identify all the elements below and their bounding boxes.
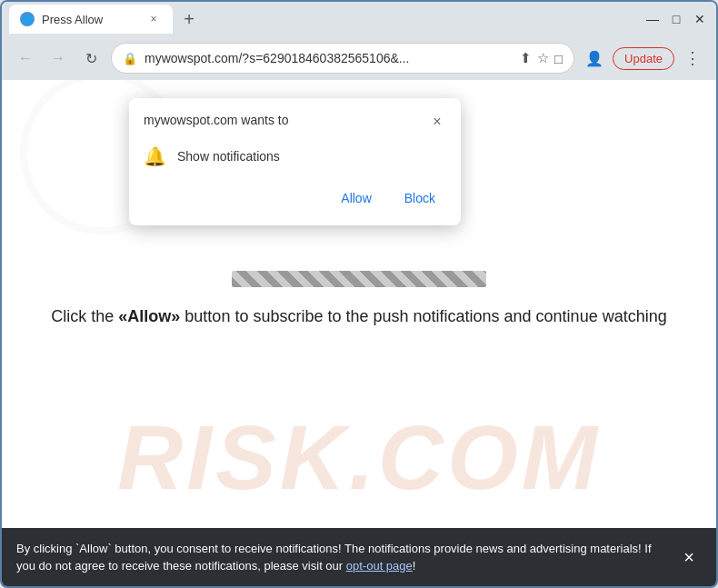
- window-close-button[interactable]: ✕: [691, 10, 709, 28]
- nav-bar: ← → ↻ 🔒 mywowspot.com/?s=629018460382565…: [2, 36, 716, 80]
- active-tab[interactable]: 🌐 Press Allow ×: [9, 5, 173, 34]
- tab-area: 🌐 Press Allow × +: [9, 5, 636, 34]
- browser-window: 🌐 Press Allow × + — □ ✕ ← → ↻ 🔒 mywowspo…: [0, 0, 718, 588]
- address-icons: ⬆ ☆ □: [520, 50, 563, 66]
- footer-text-end: !: [413, 559, 416, 573]
- footer-banner: By clicking `Allow` button, you consent …: [2, 528, 716, 586]
- opt-out-link[interactable]: opt-out page: [346, 559, 413, 573]
- tab-favicon: 🌐: [20, 12, 35, 26]
- new-tab-button[interactable]: +: [176, 6, 202, 32]
- allow-button[interactable]: Allow: [330, 185, 382, 211]
- footer-text: By clicking `Allow` button, you consent …: [16, 540, 671, 575]
- reload-button[interactable]: ↻: [78, 45, 104, 71]
- share-icon[interactable]: ⬆: [520, 50, 532, 66]
- tab-title: Press Allow: [42, 13, 138, 26]
- extensions-icon[interactable]: □: [554, 51, 563, 66]
- tab-close-button[interactable]: ×: [145, 11, 162, 27]
- lock-icon: 🔒: [123, 52, 137, 65]
- window-controls: — □ ✕: [643, 10, 709, 28]
- footer-close-button[interactable]: ×: [676, 544, 702, 570]
- footer-text-content: By clicking `Allow` button, you consent …: [16, 542, 652, 573]
- popup-permission: 🔔 Show notifications: [144, 142, 446, 171]
- popup-header: mywowspot.com wants to ×: [144, 113, 446, 131]
- update-button[interactable]: Update: [613, 47, 674, 70]
- forward-button[interactable]: →: [45, 45, 71, 71]
- profile-icon[interactable]: 👤: [582, 45, 607, 71]
- back-button[interactable]: ←: [13, 45, 38, 71]
- right-nav: 👤 Update ⋮: [582, 45, 705, 71]
- watermark-text: RISK.COM: [2, 405, 716, 510]
- loading-bar: [232, 271, 486, 287]
- title-bar: 🌐 Press Allow × + — □ ✕: [2, 2, 716, 36]
- popup-close-button[interactable]: ×: [428, 113, 446, 131]
- page-content: mywowspot.com wants to × 🔔 Show notifica…: [2, 80, 716, 528]
- address-text: mywowspot.com/?s=629018460382565106&...: [145, 51, 513, 65]
- maximize-button[interactable]: □: [667, 10, 685, 28]
- minimize-button[interactable]: —: [643, 10, 662, 28]
- address-bar[interactable]: 🔒 mywowspot.com/?s=629018460382565106&..…: [111, 43, 574, 74]
- block-button[interactable]: Block: [394, 185, 446, 211]
- main-text: Click the «Allow» button to subscribe to…: [2, 298, 716, 335]
- permission-text: Show notifications: [177, 149, 280, 164]
- popup-title: mywowspot.com wants to: [144, 113, 289, 127]
- bookmark-icon[interactable]: ☆: [537, 50, 549, 66]
- bell-icon: 🔔: [144, 145, 166, 167]
- popup-buttons: Allow Block: [144, 185, 446, 211]
- notification-popup: mywowspot.com wants to × 🔔 Show notifica…: [129, 98, 461, 225]
- browser-menu-button[interactable]: ⋮: [680, 45, 705, 71]
